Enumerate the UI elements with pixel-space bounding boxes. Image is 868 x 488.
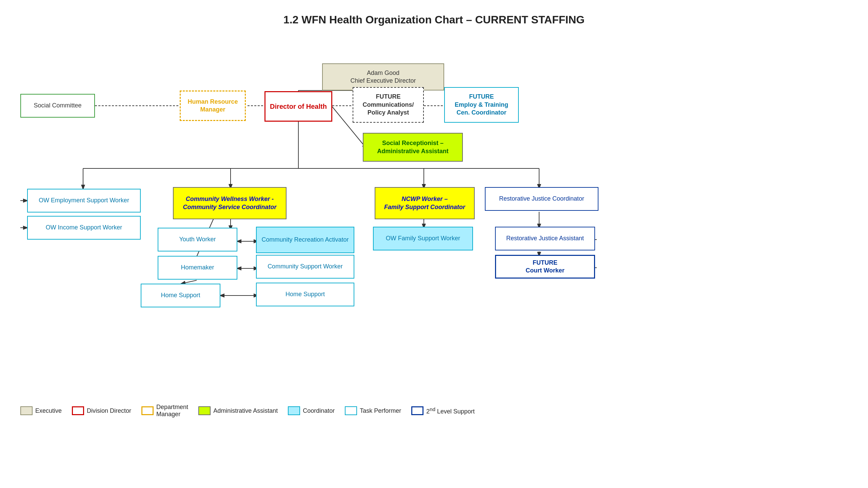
ow-income-node: OW Income Support Worker — [27, 216, 141, 240]
restorative-asst-label: Restorative Justice Assistant — [506, 235, 584, 242]
ncwp-node: NCWP Worker –Family Support Coordinator — [375, 187, 475, 219]
social-committee-label: Social Committee — [34, 102, 81, 109]
legend-division: Division Director — [72, 406, 131, 415]
director-health-node: Director of Health — [264, 91, 332, 122]
legend-task-box — [345, 406, 357, 415]
ow-employ-label: OW Employment Support Worker — [39, 197, 129, 204]
page-title: 1.2 WFN Health Organization Chart – CURR… — [0, 0, 868, 36]
legend-executive-box — [20, 406, 33, 415]
future-employ-label: FUTUREEmploy & TrainingCen. Coordinator — [455, 93, 508, 117]
legend-executive: Executive — [20, 406, 62, 415]
legend-2nd-box — [411, 406, 423, 415]
legend-coordinator-label: Coordinator — [303, 407, 335, 414]
youth-worker-node: Youth Worker — [158, 228, 237, 251]
restorative-coord-label: Restorative Justice Coordinator — [499, 195, 584, 203]
community-recreation-label: Community Recreation Activator — [261, 236, 349, 244]
restorative-asst-node: Restorative Justice Assistant — [495, 227, 595, 250]
ncwp-label: NCWP Worker –Family Support Coordinator — [384, 195, 465, 211]
legend-division-box — [72, 406, 84, 415]
future-court-label: FUTURECourt Worker — [526, 259, 565, 275]
restorative-coord-node: Restorative Justice Coordinator — [485, 187, 598, 211]
legend-dept: DepartmentManager — [141, 404, 188, 418]
legend-executive-label: Executive — [35, 407, 62, 414]
legend-task-label: Task Performer — [360, 407, 401, 414]
legend-2nd-label: 2nd Level Support — [426, 406, 475, 415]
legend-coordinator-box — [288, 406, 300, 415]
legend-admin: Administrative Assistant — [198, 406, 278, 415]
legend-2nd: 2nd Level Support — [411, 406, 475, 415]
community-recreation-node: Community Recreation Activator — [256, 227, 354, 253]
future-comms-node: FUTURECommunications/Policy Analyst — [353, 87, 424, 123]
home-support-left-node: Home Support — [141, 284, 220, 307]
chart-area: Adam GoodChief Executive Director Social… — [0, 36, 868, 443]
future-comms-label: FUTURECommunications/Policy Analyst — [362, 93, 414, 117]
community-wellness-node: Community Wellness Worker -Community Ser… — [173, 187, 287, 219]
legend-admin-label: Administrative Assistant — [213, 407, 278, 414]
legend-task: Task Performer — [345, 406, 401, 415]
legend-coordinator: Coordinator — [288, 406, 335, 415]
legend-admin-box — [198, 406, 211, 415]
community-wellness-label: Community Wellness Worker -Community Ser… — [183, 195, 276, 211]
legend-division-label: Division Director — [87, 407, 131, 414]
hr-manager-label: Human ResourceManager — [188, 98, 238, 114]
ow-family-label: OW Family Support Worker — [386, 235, 460, 242]
social-committee-node: Social Committee — [20, 94, 95, 118]
ow-income-label: OW Income Support Worker — [46, 224, 122, 231]
social-receptionist-label: Social Receptionist –Administrative Assi… — [377, 139, 448, 155]
ceo-label: Adam GoodChief Executive Director — [350, 69, 416, 85]
future-court-node: FUTURECourt Worker — [495, 255, 595, 279]
future-employ-node: FUTUREEmploy & TrainingCen. Coordinator — [444, 87, 519, 123]
community-support-label: Community Support Worker — [268, 263, 343, 270]
community-support-node: Community Support Worker — [256, 255, 354, 279]
youth-worker-label: Youth Worker — [179, 236, 216, 243]
hr-manager-node: Human ResourceManager — [180, 90, 246, 121]
ow-employ-node: OW Employment Support Worker — [27, 189, 141, 212]
ceo-node: Adam GoodChief Executive Director — [322, 63, 444, 90]
homemaker-node: Homemaker — [158, 256, 237, 280]
legend-dept-box — [141, 406, 154, 415]
director-health-label: Director of Health — [270, 102, 327, 111]
social-receptionist-node: Social Receptionist –Administrative Assi… — [363, 133, 463, 162]
home-support-right-node: Home Support — [256, 283, 354, 306]
legend-dept-label: DepartmentManager — [156, 404, 188, 418]
home-support-left-label: Home Support — [161, 291, 200, 299]
home-support-right-label: Home Support — [285, 290, 325, 298]
homemaker-label: Homemaker — [181, 264, 214, 271]
legend: Executive Division Director DepartmentMa… — [20, 392, 475, 429]
ow-family-node: OW Family Support Worker — [373, 227, 473, 250]
svg-line-20 — [181, 280, 197, 284]
